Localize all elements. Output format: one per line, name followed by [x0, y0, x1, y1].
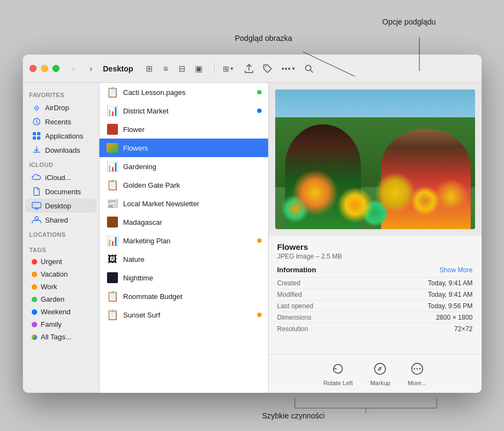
file-item-golden[interactable]: 📋 Golden Gate Park [99, 176, 268, 194]
more-label: More... [408, 380, 426, 386]
tag-label-garden: Garden [41, 295, 64, 303]
show-more-button[interactable]: Show More [440, 266, 473, 274]
sidebar-tag-vacation[interactable]: Vacation [25, 268, 97, 280]
tag-dot-family [32, 322, 37, 327]
sidebar-item-airdrop[interactable]: AirDrop [25, 100, 97, 115]
svg-point-11 [375, 363, 386, 374]
file-icon-nature: 🖼 [106, 253, 119, 266]
svg-rect-9 [32, 202, 41, 208]
icloud-header: iCloud [23, 157, 99, 170]
sidebar-item-icloud[interactable]: iCloud... [25, 170, 97, 184]
view-icon-gallery[interactable]: ▣ [191, 61, 206, 76]
preview-filetype: JPEG image – 2.5 MB [277, 253, 473, 260]
preview-image-area [269, 83, 482, 236]
file-name-marketing: Marketing Plan [123, 237, 253, 245]
file-icon-cacti: 📋 [106, 86, 119, 99]
markup-label: Markup [370, 380, 390, 386]
file-item-marketing[interactable]: 📊 Marketing Plan [99, 231, 268, 250]
view-icon-columns[interactable]: ⊟ [175, 61, 190, 76]
file-item-nighttime[interactable]: Nighttime [99, 268, 268, 287]
tag-label-all: All Tags... [41, 333, 72, 341]
svg-point-3 [36, 110, 37, 111]
tag-dot-urgent [32, 259, 37, 265]
sidebar-tag-work[interactable]: Work [25, 280, 97, 293]
file-item-nature[interactable]: 🖼 Nature [99, 250, 268, 268]
desktop-icon [32, 201, 41, 211]
svg-point-10 [35, 217, 38, 220]
quick-action-markup[interactable]: Markup [370, 360, 390, 386]
tag-label-work: Work [41, 283, 57, 291]
photo-background [275, 89, 475, 229]
sidebar-tag-weekend[interactable]: Weekend [25, 306, 97, 318]
sidebar-tag-garden[interactable]: Garden [25, 293, 97, 306]
close-button[interactable] [29, 65, 37, 72]
file-name-flower: Flower [123, 125, 262, 134]
svg-point-14 [416, 368, 418, 370]
sidebar-item-documents[interactable]: Documents [25, 184, 97, 199]
share-button[interactable] [241, 61, 257, 76]
info-value-dimensions: 2800 × 1800 [436, 314, 472, 321]
documents-icon [32, 187, 41, 196]
file-item-local[interactable]: 📰 Local Market Newsletter [99, 194, 268, 213]
info-label-resolution: Resolution [277, 325, 309, 333]
file-item-flower[interactable]: Flower [99, 120, 268, 139]
view-icon-grid[interactable]: ⊞ [142, 61, 157, 76]
desktop-label: Desktop [45, 202, 72, 210]
recents-icon [32, 117, 41, 127]
airdrop-icon [32, 103, 41, 112]
more-icon [408, 360, 426, 378]
quick-action-more[interactable]: More... [408, 360, 426, 386]
info-row-created: Created Today, 9:41 AM [277, 277, 473, 289]
finder-window: ‹ › Desktop ⊞ ≡ ⊟ ▣ ⊞▾ [23, 55, 482, 393]
sidebar-item-downloads[interactable]: Downloads [25, 143, 97, 157]
gallery-options-button[interactable]: ⊞▾ [218, 61, 239, 76]
tag-dot-garden [32, 297, 37, 302]
tag-button[interactable] [259, 61, 276, 76]
search-button[interactable] [301, 61, 317, 76]
view-icon-list[interactable]: ≡ [158, 61, 174, 76]
file-dot-district [257, 109, 262, 113]
recents-label: Recents [45, 118, 72, 126]
info-row-resolution: Resolution 72×72 [277, 323, 473, 334]
back-button[interactable]: ‹ [66, 61, 81, 76]
info-row-lastopened: Last opened Today, 9:56 PM [277, 300, 473, 312]
preview-pane: Flowers JPEG image – 2.5 MB Information … [269, 83, 482, 393]
file-item-sunset[interactable]: 📋 Sunset Surf [99, 306, 268, 324]
tag-dot-weekend [32, 309, 37, 315]
sidebar-tag-all[interactable]: All Tags... [25, 331, 97, 343]
photo-sunflowers [275, 148, 475, 229]
info-value-lastopened: Today, 9:56 PM [428, 302, 473, 310]
file-item-flowers[interactable]: Flowers [99, 139, 268, 157]
applications-label: Applications [45, 132, 84, 140]
file-item-district[interactable]: 📊 District Market [99, 101, 268, 120]
annotation-preview-image-label: Podgląd obrazka [235, 34, 292, 43]
downloads-label: Downloads [45, 146, 80, 154]
downloads-icon [32, 145, 41, 155]
info-value-created: Today, 9:41 AM [428, 279, 473, 287]
quick-action-rotate[interactable]: Rotate Left [323, 360, 353, 386]
applications-icon [32, 131, 41, 141]
sidebar-item-shared[interactable]: Shared [25, 213, 97, 227]
sidebar-item-recents[interactable]: Recents [25, 115, 97, 129]
file-item-roommate[interactable]: 📋 Roommate Budget [99, 287, 268, 306]
file-item-cacti[interactable]: 📋 Cacti Lesson.pages [99, 83, 268, 101]
markup-icon [371, 360, 389, 378]
titlebar: ‹ › Desktop ⊞ ≡ ⊟ ▣ ⊞▾ [23, 55, 482, 83]
favorites-header: Favorites [23, 87, 99, 100]
minimize-button[interactable] [41, 65, 48, 72]
sidebar-item-applications[interactable]: Applications [25, 129, 97, 143]
maximize-button[interactable] [52, 65, 60, 72]
window-title: Desktop [103, 64, 133, 73]
preview-info: Flowers JPEG image – 2.5 MB Information … [269, 236, 482, 354]
sidebar-item-desktop[interactable]: Desktop [25, 199, 97, 213]
file-icon-gardening: 📊 [106, 160, 119, 173]
sidebar-tag-urgent[interactable]: Urgent [25, 255, 97, 268]
more-options-button[interactable]: •••▾ [278, 61, 299, 76]
forward-button[interactable]: › [84, 61, 99, 76]
file-dot-marketing [257, 238, 262, 243]
sidebar-tag-family[interactable]: Family [25, 318, 97, 331]
svg-point-13 [413, 368, 415, 370]
tag-label-family: Family [41, 320, 62, 328]
file-item-madagascar[interactable]: Madagascar [99, 213, 268, 231]
file-item-gardening[interactable]: 📊 Gardening [99, 157, 268, 176]
